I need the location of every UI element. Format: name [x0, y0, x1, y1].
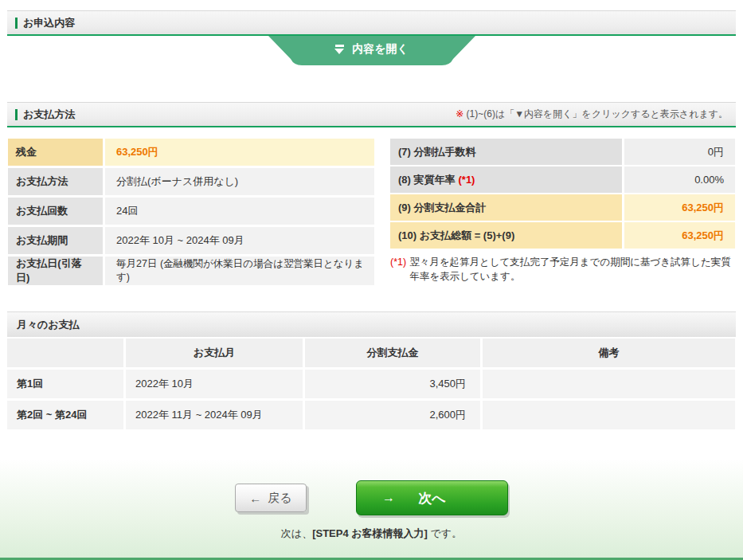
payment-month: 2022年 11月 ~ 2024年 09月: [126, 401, 303, 429]
payment-section-header: お支払方法 ※ (1)~(6)は「▼内容を開く」をクリックすると表示されます。: [7, 102, 736, 126]
table-row: お支払回数 24回: [8, 198, 374, 225]
row-value: 0円: [624, 139, 735, 165]
expand-button-label: 内容を開く: [352, 42, 409, 57]
row-value: 毎月27日 (金融機関が休業日の場合は翌営業日となります): [105, 257, 374, 285]
row-label: (9) 分割支払金合計: [390, 194, 622, 221]
payment-amount: 3,450円: [305, 370, 480, 398]
table-row: お支払日(引落日) 毎月27日 (金融機関が休業日の場合は翌営業日となります): [8, 257, 374, 285]
payment-content: 残金 63,250円 お支払方法 分割払(ボーナス併用なし) お支払回数 24回…: [8, 139, 735, 288]
right-arrow-icon: →: [382, 491, 395, 505]
row-label: (7) 分割払手数料: [390, 139, 622, 165]
row-value: 63,250円: [624, 194, 735, 221]
column-header: [7, 339, 123, 367]
action-buttons: ← 戻る → 次へ: [0, 480, 743, 515]
expand-contents-button[interactable]: 内容を開く: [268, 36, 475, 66]
left-arrow-icon: ←: [249, 491, 261, 505]
table-row: お支払方法 分割払(ボーナス併用なし): [8, 168, 374, 195]
row-value: 0.00%: [624, 166, 735, 193]
payment-amount: 2,600円: [305, 401, 480, 429]
row-label: お支払方法: [8, 168, 103, 195]
footnote: (*1) 翌々月を起算月として支払完了予定月までの期間に基づき試算した実質年率を…: [390, 255, 735, 284]
column-header: 分割支払金: [305, 339, 480, 367]
footnote-ref-mark: (*1): [459, 174, 475, 186]
table-row: 第2回 ~ 第24回 2022年 11月 ~ 2024年 09月 2,600円: [7, 401, 735, 429]
installment-label: 第2回 ~ 第24回: [7, 401, 123, 429]
table-row: 第1回 2022年 10月 3,450円: [7, 370, 735, 398]
row-label: お支払回数: [8, 198, 103, 225]
payment-note: [483, 401, 735, 429]
payment-section-note: ※ (1)~(6)は「▼内容を開く」をクリックすると表示されます。: [456, 108, 728, 121]
next-step-name: [STEP4 お客様情報入力]: [312, 527, 428, 539]
payment-month: 2022年 10月: [126, 370, 303, 398]
next-step-note: 次は、[STEP4 お客様情報入力] です。: [0, 527, 743, 541]
application-section-title-text: お申込内容: [23, 16, 75, 30]
note-asterisk-mark: ※: [456, 108, 463, 119]
monthly-section-title: 月々のお支払: [17, 318, 80, 332]
footnote-mark: (*1): [390, 255, 406, 284]
payment-section-title: お支払方法: [15, 108, 75, 122]
row-value: 分割払(ボーナス併用なし): [105, 168, 374, 195]
table-row: (8) 実質年率(*1) 0.00%: [390, 166, 735, 193]
table-row: (9) 分割支払金合計 63,250円: [390, 194, 735, 221]
installment-label: 第1回: [7, 370, 123, 398]
payment-summary-table: 残金 63,250円 お支払方法 分割払(ボーナス併用なし) お支払回数 24回…: [8, 139, 374, 288]
table-row: (10) お支払総額 = (5)+(9) 63,250円: [390, 222, 735, 249]
next-button[interactable]: → 次へ: [356, 480, 508, 515]
payment-section-title-text: お支払方法: [23, 108, 75, 122]
table-row: 残金 63,250円: [8, 139, 374, 166]
row-label: 残金: [8, 139, 103, 166]
section-accent-bar: [15, 18, 18, 29]
footnote-text: 翌々月を起算月として支払完了予定月までの期間に基づき試算した実質年率を表示してい…: [409, 255, 735, 284]
section-divider-line: [7, 126, 736, 127]
column-header: お支払月: [126, 339, 303, 367]
section-accent-bar: [15, 109, 18, 120]
row-label: (8) 実質年率(*1): [390, 166, 622, 193]
payment-note: [483, 370, 735, 398]
chevron-down-icon: [334, 45, 344, 54]
back-button[interactable]: ← 戻る: [235, 484, 307, 512]
row-label: お支払期間: [8, 227, 103, 254]
monthly-payment-table: お支払月 分割支払金 備考 第1回 2022年 10月 3,450円 第2回 ~…: [7, 339, 735, 429]
table-header-row: お支払月 分割支払金 備考: [7, 339, 735, 367]
column-header: 備考: [483, 339, 735, 367]
back-button-label: 戻る: [268, 491, 291, 506]
payment-calc-column: (7) 分割払手数料 0円 (8) 実質年率(*1) 0.00% (9) 分割支…: [390, 139, 735, 288]
table-row: お支払期間 2022年 10月 ~ 2024年 09月: [8, 227, 374, 254]
row-value: 63,250円: [105, 139, 374, 166]
table-row: (7) 分割払手数料 0円: [390, 139, 735, 165]
row-label: (10) お支払総額 = (5)+(9): [390, 222, 622, 249]
row-value: 2022年 10月 ~ 2024年 09月: [105, 227, 374, 254]
row-label: お支払日(引落日): [8, 257, 103, 285]
application-section-header: お申込内容: [7, 10, 736, 34]
monthly-section-header: 月々のお支払: [7, 311, 736, 337]
application-section-title: お申込内容: [15, 16, 75, 30]
row-value: 63,250円: [624, 222, 735, 249]
next-button-label: 次へ: [418, 489, 445, 507]
row-value: 24回: [105, 198, 374, 225]
page: お申込内容 内容を開く お支払方法 ※ (1)~(6)は「▼内容を開く」をクリッ…: [0, 0, 743, 560]
